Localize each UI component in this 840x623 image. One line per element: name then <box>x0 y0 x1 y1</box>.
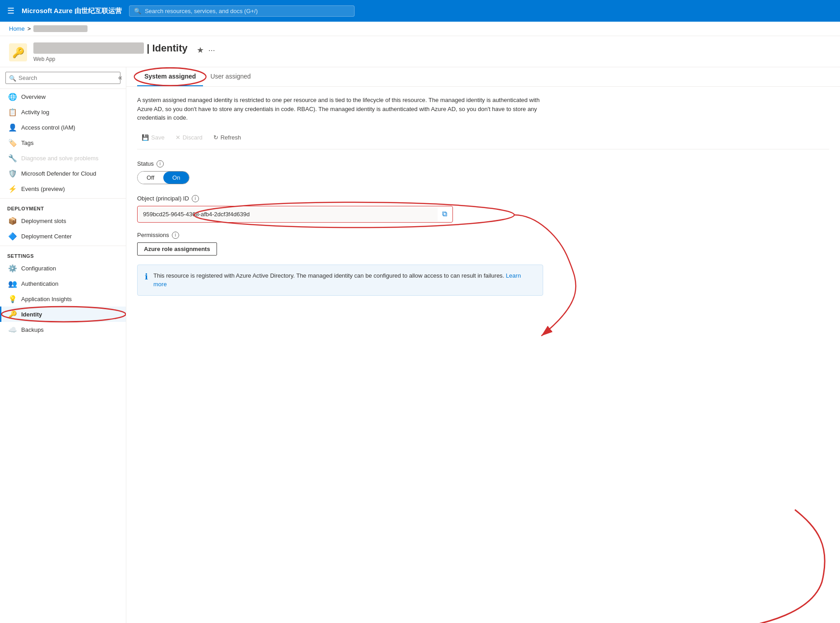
save-button[interactable]: 💾 Save <box>137 131 169 144</box>
tags-icon: 🏷️ <box>9 139 17 147</box>
copy-button[interactable]: ⧉ <box>438 207 452 221</box>
breadcrumb-home[interactable]: Home <box>9 25 25 32</box>
status-toggle[interactable]: Off On <box>137 171 189 184</box>
content-body: A system assigned managed identity is re… <box>126 87 840 305</box>
brand-name: Microsoft Azure 由世纪互联运营 <box>22 7 122 15</box>
sidebar-item-app-insights[interactable]: 💡 Application Insights <box>0 291 126 307</box>
sidebar-item-label: Microsoft Defender for Cloud <box>21 170 96 177</box>
info-banner-text: This resource is registered with Azure A… <box>153 271 535 289</box>
toolbar: 💾 Save ✕ Discard ↻ Refresh <box>137 131 829 149</box>
sidebar-search-icon: 🔍 <box>9 74 16 81</box>
sidebar-item-configuration[interactable]: ⚙️ Configuration <box>0 260 126 276</box>
permissions-section: Permissions i Azure role assignments <box>137 232 829 256</box>
save-icon: 💾 <box>142 134 149 141</box>
tab-user-assigned[interactable]: User assigned <box>203 67 258 86</box>
sidebar-item-label: Access control (IAM) <box>21 124 75 131</box>
azure-role-assignments-button[interactable]: Azure role assignments <box>137 242 217 256</box>
sidebar-item-label: Deployment Center <box>21 233 72 240</box>
discard-button[interactable]: ✕ Discard <box>171 131 207 144</box>
sidebar-search-input[interactable] <box>5 72 120 84</box>
tab-label: System assigned <box>144 73 196 80</box>
toggle-off[interactable]: Off <box>138 172 163 184</box>
permissions-info-icon[interactable]: i <box>172 232 179 239</box>
breadcrumb: Home > lbjavati...ttest01 <box>0 22 840 36</box>
access-control-icon: 👤 <box>9 123 17 131</box>
object-id-label: Object (principal) ID i <box>137 195 829 202</box>
sidebar-item-label: Diagnose and solve problems <box>21 155 98 162</box>
activity-log-icon: 📋 <box>9 108 17 116</box>
sidebar-item-deployment-slots[interactable]: 📦 Deployment slots <box>0 213 126 228</box>
sidebar-item-label: Application Insights <box>21 296 72 302</box>
svg-point-2 <box>1 307 125 322</box>
defender-icon: 🛡️ <box>9 169 17 177</box>
favorite-star[interactable]: ★ <box>197 45 204 55</box>
status-label: Status i <box>137 160 829 167</box>
sidebar-item-authentication[interactable]: 👥 Authentication <box>0 276 126 291</box>
object-id-field: ⧉ <box>137 206 453 223</box>
sidebar-item-deployment-center[interactable]: 🔷 Deployment Center <box>0 228 126 244</box>
global-search[interactable]: 🔍 Search resources, services, and docs (… <box>129 5 355 17</box>
refresh-button[interactable]: ↻ Refresh <box>209 131 246 144</box>
description: A system assigned managed identity is re… <box>137 96 543 122</box>
overview-icon: 🌐 <box>9 93 17 101</box>
refresh-label: Refresh <box>221 134 241 141</box>
sidebar-item-overview[interactable]: 🌐 Overview <box>0 89 126 104</box>
status-info-icon[interactable]: i <box>157 160 164 167</box>
deployment-slots-icon: 📦 <box>9 217 17 225</box>
object-id-info-icon[interactable]: i <box>192 195 199 202</box>
sidebar-item-tags[interactable]: 🏷️ Tags <box>0 135 126 150</box>
sidebar-item-label: Tags <box>21 139 33 146</box>
discard-icon: ✕ <box>175 134 180 141</box>
deployment-center-icon: 🔷 <box>9 232 17 240</box>
sidebar: 🔍 « 🌐 Overview 📋 Activity log 👤 Access c… <box>0 67 126 623</box>
tabs-bar: System assigned User assigned <box>126 67 840 87</box>
breadcrumb-sep1: > <box>28 25 31 32</box>
tab-system-assigned[interactable]: System assigned <box>137 67 203 86</box>
breadcrumb-resource: lbjavati...ttest01 <box>33 25 88 32</box>
tab-label: User assigned <box>210 73 251 80</box>
page-title: lbjavati...ttest01 | Identity <box>33 42 188 54</box>
info-banner-icon: ℹ <box>145 272 148 289</box>
backups-icon: ☁️ <box>9 325 17 334</box>
sidebar-item-identity[interactable]: 🔑 Identity <box>0 307 126 322</box>
sidebar-item-access-control[interactable]: 👤 Access control (IAM) <box>0 120 126 135</box>
save-label: Save <box>151 134 165 141</box>
search-icon: 🔍 <box>134 8 141 14</box>
refresh-icon: ↻ <box>213 134 218 141</box>
sidebar-item-label: Authentication <box>21 280 58 287</box>
sidebar-item-activity-log[interactable]: 📋 Activity log <box>0 104 126 120</box>
section-settings: Settings <box>0 248 126 260</box>
page-header: 🔑 lbjavati...ttest01 | Identity ★ ··· We… <box>0 36 840 67</box>
info-banner: ℹ This resource is registered with Azure… <box>137 265 543 296</box>
diagnose-icon: 🔧 <box>9 154 17 162</box>
more-options[interactable]: ··· <box>208 46 215 55</box>
sidebar-item-label: Overview <box>21 93 46 100</box>
toggle-on[interactable]: On <box>163 172 189 184</box>
sidebar-collapse-btn[interactable]: « <box>115 72 126 84</box>
discard-label: Discard <box>183 134 203 141</box>
sidebar-item-label: Deployment slots <box>21 218 66 224</box>
sidebar-item-label: Backups <box>21 326 44 333</box>
sidebar-item-diagnose: 🔧 Diagnose and solve problems <box>0 150 126 166</box>
page-icon: 🔑 <box>9 43 27 61</box>
section-deployment: Deployment <box>0 200 126 213</box>
status-section: Status i Off On <box>137 160 829 184</box>
page-subtitle: Web App <box>33 56 215 67</box>
sidebar-item-defender[interactable]: 🛡️ Microsoft Defender for Cloud <box>0 166 126 181</box>
object-id-input[interactable] <box>138 207 438 221</box>
hamburger-menu[interactable]: ☰ <box>7 6 14 16</box>
sidebar-item-label: Events (preview) <box>21 186 65 192</box>
sidebar-item-label: Identity <box>21 311 42 318</box>
sidebar-item-backups[interactable]: ☁️ Backups <box>0 322 126 337</box>
search-placeholder: Search resources, services, and docs (G+… <box>145 8 258 14</box>
events-icon: ⚡ <box>9 185 17 193</box>
sidebar-item-label: Configuration <box>21 265 56 272</box>
permissions-label: Permissions i <box>137 232 829 239</box>
top-nav: ☰ Microsoft Azure 由世纪互联运营 🔍 Search resou… <box>0 0 840 22</box>
configuration-icon: ⚙️ <box>9 264 17 272</box>
content-area: System assigned User assigned A system a… <box>126 67 840 623</box>
sidebar-item-events[interactable]: ⚡ Events (preview) <box>0 181 126 196</box>
app-insights-icon: 💡 <box>9 295 17 303</box>
identity-icon: 🔑 <box>9 310 17 318</box>
object-id-section: Object (principal) ID i ⧉ <box>137 195 829 223</box>
